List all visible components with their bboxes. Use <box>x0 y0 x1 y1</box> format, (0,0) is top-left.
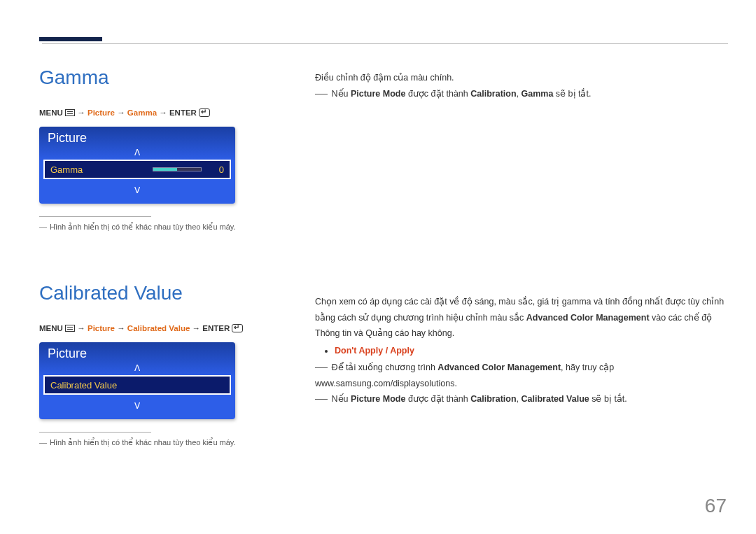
t: Picture Mode <box>351 89 406 99</box>
note-dash-icon <box>315 399 328 400</box>
chevron-down-icon[interactable]: ᐯ <box>39 398 235 410</box>
note-gamma: Nếu Picture Mode được đặt thành Calibrat… <box>315 86 724 102</box>
osd-slider[interactable] <box>153 167 202 171</box>
footnote-rule <box>39 216 151 217</box>
opt-dont-apply: Don't Apply <box>335 346 383 356</box>
t: được đặt thành <box>405 89 470 99</box>
osd-item-value: 0 <box>210 164 224 175</box>
chevron-down-icon[interactable]: ᐯ <box>39 182 235 195</box>
t: / <box>383 346 390 356</box>
section-title-calibrated: Calibrated Value <box>39 282 291 304</box>
chevron-up-icon[interactable]: ᐱ <box>39 148 235 157</box>
chevron-up-icon[interactable]: ᐱ <box>39 364 235 372</box>
bc-gamma: Gamma <box>127 108 157 117</box>
t: Calibrated Value <box>522 394 589 404</box>
page-number: 67 <box>705 495 727 517</box>
osd-item-label: Gamma <box>50 164 153 175</box>
t: , <box>517 394 522 404</box>
osd-slider-fill <box>153 168 177 171</box>
bc-enter: ENTER <box>169 108 197 117</box>
desc-gamma: Điều chỉnh độ đậm của màu chính. <box>315 70 724 86</box>
footnote-rule <box>39 432 151 433</box>
right-column-calibrated: Chọn xem có áp dụng các cài đặt về độ sá… <box>315 294 728 407</box>
enter-icon <box>199 108 210 117</box>
bc-calibrated: Calibrated Value <box>127 324 190 332</box>
section-calibrated: Calibrated Value MENU → Picture → Calibr… <box>39 282 291 447</box>
footnote-gamma: ―Hình ảnh hiển thị có thể khác nhau tùy … <box>39 223 291 232</box>
header-rule <box>42 43 728 44</box>
t: sẽ bị tắt. <box>553 89 591 99</box>
t: Advanced Color Management <box>438 363 561 372</box>
menu-icon <box>65 325 75 332</box>
menu-icon <box>65 109 75 116</box>
bc-picture: Picture <box>88 108 115 117</box>
osd-panel-gamma: Picture ᐱ Gamma 0 ᐯ <box>39 127 235 204</box>
t: Calibration <box>470 394 516 404</box>
breadcrumb-calibrated: MENU → Picture → Calibrated Value → ENTE… <box>39 324 291 332</box>
t: Picture Mode <box>351 394 406 404</box>
t: Gamma <box>522 89 554 99</box>
bc-menu: MENU <box>39 324 63 332</box>
left-column: Gamma MENU → Picture → Gamma → ENTER Pic… <box>39 66 291 447</box>
t: Nếu <box>331 394 350 404</box>
note-dash-icon <box>315 94 328 94</box>
page: Gamma MENU → Picture → Gamma → ENTER Pic… <box>0 0 756 534</box>
bc-enter: ENTER <box>202 324 230 332</box>
t: Để tải xuống chương trình <box>331 363 438 372</box>
enter-icon <box>232 324 243 332</box>
bc-picture: Picture <box>88 324 115 332</box>
opt-apply: Apply <box>390 346 414 356</box>
right-column-gamma: Điều chỉnh độ đậm của màu chính. Nếu Pic… <box>315 70 724 101</box>
t: Advanced Color Management <box>526 313 650 323</box>
header-accent <box>39 37 102 41</box>
bc-menu: MENU <box>39 108 63 117</box>
options-list: Don't Apply / Apply <box>315 343 728 359</box>
osd-row-gamma[interactable]: Gamma 0 <box>43 160 231 179</box>
breadcrumb-gamma: MENU → Picture → Gamma → ENTER <box>39 108 291 117</box>
desc-calibrated: Chọn xem có áp dụng các cài đặt về độ sá… <box>315 294 728 342</box>
osd-panel-calibrated: Picture ᐱ Calibrated Value ᐯ <box>39 342 235 419</box>
osd-item-label: Calibrated Value <box>50 380 224 391</box>
t: Calibration <box>470 89 516 99</box>
t: Nếu <box>331 89 350 99</box>
t: sẽ bị tắt. <box>589 394 627 404</box>
section-title-gamma: Gamma <box>39 66 291 89</box>
footnote-text: Hình ảnh hiển thị có thể khác nhau tùy t… <box>50 223 236 231</box>
footnote-calibrated: ―Hình ảnh hiển thị có thể khác nhau tùy … <box>39 438 291 447</box>
note-disabled: Nếu Picture Mode được đặt thành Calibrat… <box>315 391 728 407</box>
note-download: Để tải xuống chương trình Advanced Color… <box>315 360 728 391</box>
note-dash-icon <box>315 367 328 368</box>
osd-header: Picture <box>39 127 235 148</box>
t: được đặt thành <box>405 394 470 404</box>
footnote-text: Hình ảnh hiển thị có thể khác nhau tùy t… <box>50 438 236 447</box>
t: , <box>517 89 522 99</box>
osd-row-calibrated[interactable]: Calibrated Value <box>43 375 231 395</box>
option-item: Don't Apply / Apply <box>335 343 728 359</box>
osd-header: Picture <box>39 342 235 364</box>
